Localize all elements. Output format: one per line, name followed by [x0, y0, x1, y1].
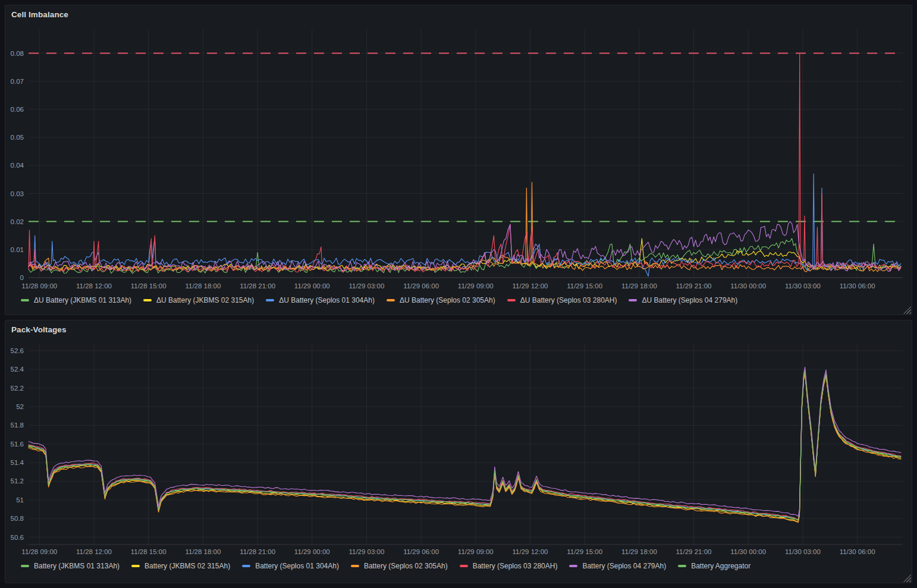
legend-label: Battery (JKBMS 02 315Ah)	[145, 562, 230, 570]
legend-label: ΔU Battery (Seplos 02 305Ah)	[400, 296, 495, 304]
y-tick-label: 0.02	[11, 218, 24, 225]
series-line-2	[29, 174, 901, 276]
legend-swatch	[242, 565, 250, 567]
y-tick-label: 0.05	[11, 134, 24, 141]
y-tick-label: 52.4	[11, 366, 24, 373]
y-tick-label: 0.01	[11, 246, 24, 253]
x-tick-label: 11/29 15:00	[567, 548, 602, 555]
y-tick-label: 51.8	[11, 422, 24, 429]
y-tick-label: 52.2	[11, 385, 24, 392]
panel-resize-handle[interactable]	[903, 574, 911, 582]
cell-imbalance-legend: ΔU Battery (JKBMS 01 313Ah)ΔU Battery (J…	[5, 295, 912, 308]
legend-item[interactable]: Battery (Seplos 03 280AH)	[460, 562, 558, 570]
x-tick-label: 11/30 03:00	[785, 282, 821, 290]
series-line-6	[29, 371, 901, 520]
legend-swatch	[569, 565, 577, 567]
legend-label: ΔU Battery (Seplos 03 280AH)	[520, 296, 617, 304]
legend-label: Battery (Seplos 04 279Ah)	[582, 562, 666, 570]
y-tick-label: 50.8	[11, 515, 24, 522]
series-line-1	[29, 238, 901, 270]
y-tick-label: 0.04	[11, 162, 24, 169]
legend-item[interactable]: ΔU Battery (JKBMS 02 315Ah)	[143, 296, 254, 304]
x-tick-label: 11/28 09:00	[21, 282, 57, 290]
x-tick-label: 11/29 00:00	[294, 548, 330, 555]
legend-item[interactable]: Battery (JKBMS 02 315Ah)	[131, 562, 230, 570]
legend-swatch	[351, 565, 359, 567]
x-tick-label: 11/30 03:00	[785, 548, 821, 555]
legend-item[interactable]: ΔU Battery (Seplos 02 305Ah)	[387, 296, 495, 304]
legend-item[interactable]: ΔU Battery (Seplos 04 279Ah)	[629, 296, 737, 304]
legend-label: Battery (Seplos 03 280AH)	[473, 562, 558, 570]
x-tick-label: 11/30 06:00	[840, 548, 875, 555]
panel-pack-voltages: Pack-Voltages 11/28 09:0011/28 12:0011/2…	[5, 320, 912, 583]
x-tick-label: 11/29 09:00	[458, 548, 494, 555]
panel-title-cell-imbalance[interactable]: Cell Imbalance	[5, 5, 912, 23]
legend-item[interactable]: Battery (Seplos 04 279Ah)	[569, 562, 666, 570]
x-tick-label: 11/29 09:00	[458, 282, 494, 290]
y-tick-label: 0.03	[11, 190, 24, 197]
x-tick-label: 11/28 21:00	[240, 282, 275, 290]
y-tick-label: 52	[16, 403, 24, 410]
y-tick-label: 51.2	[11, 477, 24, 485]
x-tick-label: 11/28 09:00	[21, 548, 57, 555]
x-tick-label: 11/28 15:00	[131, 548, 167, 555]
series-line-0	[29, 372, 901, 521]
series-line-4	[29, 54, 901, 272]
legend-swatch	[266, 299, 274, 301]
legend-swatch	[507, 299, 516, 301]
x-tick-label: 11/29 21:00	[676, 548, 712, 555]
x-tick-label: 11/28 18:00	[185, 282, 221, 290]
legend-item[interactable]: Battery (Seplos 02 305Ah)	[351, 562, 448, 570]
x-tick-label: 11/28 15:00	[131, 282, 167, 290]
y-tick-label: 52.6	[11, 347, 24, 354]
legend-label: Battery (Seplos 02 305Ah)	[364, 562, 448, 570]
y-tick-label: 50.6	[11, 534, 24, 541]
x-tick-label: 11/28 21:00	[240, 548, 275, 555]
x-tick-label: 11/29 06:00	[403, 548, 439, 555]
series-line-5	[29, 367, 901, 516]
legend-label: ΔU Battery (Seplos 01 304Ah)	[279, 296, 375, 304]
x-tick-label: 11/30 00:00	[730, 282, 766, 290]
legend-swatch	[131, 565, 140, 567]
legend-swatch	[21, 565, 29, 567]
x-tick-label: 11/29 12:00	[513, 548, 548, 555]
legend-swatch	[143, 299, 152, 301]
y-tick-label: 0.07	[11, 78, 24, 85]
x-tick-label: 11/29 12:00	[513, 282, 548, 290]
legend-label: ΔU Battery (Seplos 04 279Ah)	[642, 296, 737, 304]
legend-swatch	[678, 565, 686, 567]
x-tick-label: 11/29 03:00	[348, 282, 384, 290]
y-tick-label: 51.6	[11, 441, 24, 448]
legend-label: ΔU Battery (JKBMS 02 315Ah)	[156, 296, 254, 304]
x-tick-label: 11/30 00:00	[730, 548, 766, 555]
legend-label: Battery Aggregator	[691, 562, 750, 570]
y-tick-label: 51.4	[11, 459, 24, 466]
x-tick-label: 11/28 18:00	[185, 548, 221, 555]
x-tick-label: 11/29 18:00	[621, 282, 657, 290]
legend-swatch	[387, 299, 395, 301]
legend-item[interactable]: Battery (JKBMS 01 313Ah)	[21, 562, 120, 570]
legend-item[interactable]: Battery Aggregator	[678, 562, 750, 570]
panel-cell-imbalance: Cell Imbalance 11/28 09:0011/28 12:0011/…	[5, 5, 912, 315]
pack-voltages-chart[interactable]: 11/28 09:0011/28 12:0011/28 15:0011/28 1…	[5, 338, 912, 561]
pack-voltages-legend: Battery (JKBMS 01 313Ah)Battery (JKBMS 0…	[5, 561, 912, 574]
legend-item[interactable]: Battery (Seplos 01 304Ah)	[242, 562, 339, 570]
x-tick-label: 11/29 18:00	[621, 548, 657, 555]
series-line-3	[29, 183, 901, 272]
legend-item[interactable]: ΔU Battery (JKBMS 01 313Ah)	[21, 296, 131, 304]
x-tick-label: 11/28 12:00	[76, 548, 112, 555]
series-line-2	[29, 371, 901, 520]
legend-label: ΔU Battery (JKBMS 01 313Ah)	[34, 296, 131, 304]
legend-swatch	[21, 299, 29, 301]
y-tick-label: 0.08	[11, 50, 24, 57]
legend-item[interactable]: ΔU Battery (Seplos 03 280AH)	[507, 296, 617, 304]
x-tick-label: 11/29 21:00	[676, 282, 712, 290]
x-tick-label: 11/29 00:00	[294, 282, 330, 290]
x-tick-label: 11/29 15:00	[567, 282, 602, 290]
y-tick-label: 0.06	[11, 106, 24, 113]
legend-item[interactable]: ΔU Battery (Seplos 01 304Ah)	[266, 296, 375, 304]
panel-title-pack-voltages[interactable]: Pack-Voltages	[5, 320, 912, 338]
cell-imbalance-chart[interactable]: 11/28 09:0011/28 12:0011/28 15:0011/28 1…	[5, 23, 912, 295]
x-tick-label: 11/28 12:00	[76, 282, 112, 290]
y-tick-label: 0	[20, 274, 24, 281]
